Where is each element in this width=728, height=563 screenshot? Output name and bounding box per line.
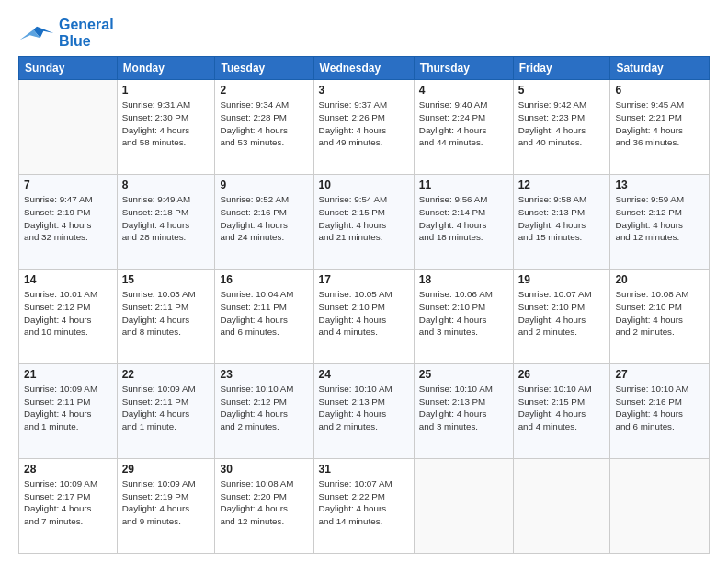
day-info: Sunrise: 9:58 AMSunset: 2:13 PMDaylight:… <box>518 193 606 244</box>
day-number: 21 <box>24 368 112 381</box>
day-info: Sunrise: 10:06 AMSunset: 2:10 PMDaylight… <box>419 288 508 339</box>
day-info: Sunrise: 10:09 AMSunset: 2:11 PMDaylight… <box>122 383 210 433</box>
day-number: 31 <box>319 463 409 476</box>
day-number: 22 <box>122 368 210 381</box>
weekday-header-row: SundayMondayTuesdayWednesdayThursdayFrid… <box>19 57 710 80</box>
calendar-cell: 11Sunrise: 9:56 AMSunset: 2:14 PMDayligh… <box>414 175 513 270</box>
day-number: 16 <box>220 273 308 286</box>
calendar-cell: 24Sunrise: 10:10 AMSunset: 2:13 PMDaylig… <box>313 364 414 459</box>
calendar-cell: 17Sunrise: 10:05 AMSunset: 2:10 PMDaylig… <box>313 270 414 364</box>
calendar-cell: 30Sunrise: 10:08 AMSunset: 2:20 PMDaylig… <box>215 459 313 554</box>
calendar-cell: 23Sunrise: 10:10 AMSunset: 2:12 PMDaylig… <box>215 364 313 459</box>
day-number: 23 <box>220 368 308 381</box>
day-info: Sunrise: 9:59 AMSunset: 2:12 PMDaylight:… <box>615 193 704 244</box>
weekday-sunday: Sunday <box>19 57 118 80</box>
day-info: Sunrise: 10:10 AMSunset: 2:15 PMDaylight… <box>518 383 606 433</box>
calendar-cell: 5Sunrise: 9:42 AMSunset: 2:23 PMDaylight… <box>513 80 610 175</box>
calendar-cell: 1Sunrise: 9:31 AMSunset: 2:30 PMDaylight… <box>117 80 215 175</box>
day-info: Sunrise: 9:31 AMSunset: 2:30 PMDaylight:… <box>122 98 210 149</box>
day-number: 25 <box>419 368 508 381</box>
calendar-cell <box>414 459 513 554</box>
calendar-cell: 15Sunrise: 10:03 AMSunset: 2:11 PMDaylig… <box>117 270 215 364</box>
calendar-week-1: 1Sunrise: 9:31 AMSunset: 2:30 PMDaylight… <box>19 80 710 175</box>
calendar-cell: 29Sunrise: 10:09 AMSunset: 2:19 PMDaylig… <box>117 459 215 554</box>
calendar-cell: 21Sunrise: 10:09 AMSunset: 2:11 PMDaylig… <box>19 364 118 459</box>
day-number: 3 <box>319 84 409 97</box>
day-number: 6 <box>615 84 704 97</box>
weekday-wednesday: Wednesday <box>313 57 414 80</box>
day-info: Sunrise: 10:09 AMSunset: 2:17 PMDaylight… <box>24 477 112 528</box>
calendar-cell: 10Sunrise: 9:54 AMSunset: 2:15 PMDayligh… <box>313 175 414 270</box>
day-info: Sunrise: 9:37 AMSunset: 2:26 PMDaylight:… <box>319 98 409 149</box>
weekday-saturday: Saturday <box>610 57 710 80</box>
day-info: Sunrise: 10:10 AMSunset: 2:16 PMDaylight… <box>615 383 704 433</box>
calendar-week-3: 14Sunrise: 10:01 AMSunset: 2:12 PMDaylig… <box>19 270 710 364</box>
calendar-cell: 28Sunrise: 10:09 AMSunset: 2:17 PMDaylig… <box>19 459 118 554</box>
day-info: Sunrise: 9:40 AMSunset: 2:24 PMDaylight:… <box>419 98 508 149</box>
day-info: Sunrise: 10:08 AMSunset: 2:10 PMDaylight… <box>615 288 704 339</box>
calendar-cell: 2Sunrise: 9:34 AMSunset: 2:28 PMDaylight… <box>215 80 313 175</box>
logo-icon <box>18 23 55 43</box>
calendar-cell: 4Sunrise: 9:40 AMSunset: 2:24 PMDaylight… <box>414 80 513 175</box>
day-number: 15 <box>122 273 210 286</box>
page: General Blue SundayMondayTuesdayWednesda… <box>0 0 728 563</box>
calendar-cell: 20Sunrise: 10:08 AMSunset: 2:10 PMDaylig… <box>610 270 710 364</box>
logo-blue: Blue <box>59 33 91 49</box>
calendar-cell: 25Sunrise: 10:10 AMSunset: 2:13 PMDaylig… <box>414 364 513 459</box>
day-number: 29 <box>122 463 210 476</box>
calendar-cell: 18Sunrise: 10:06 AMSunset: 2:10 PMDaylig… <box>414 270 513 364</box>
weekday-friday: Friday <box>513 57 610 80</box>
calendar-cell <box>513 459 610 554</box>
calendar-cell: 13Sunrise: 9:59 AMSunset: 2:12 PMDayligh… <box>610 175 710 270</box>
day-number: 19 <box>518 273 606 286</box>
day-number: 9 <box>220 178 308 191</box>
day-number: 30 <box>220 463 308 476</box>
calendar-cell: 27Sunrise: 10:10 AMSunset: 2:16 PMDaylig… <box>610 364 710 459</box>
day-number: 8 <box>122 178 210 191</box>
day-number: 26 <box>518 368 606 381</box>
day-number: 18 <box>419 273 508 286</box>
day-number: 14 <box>24 273 112 286</box>
calendar-cell: 8Sunrise: 9:49 AMSunset: 2:18 PMDaylight… <box>117 175 215 270</box>
day-info: Sunrise: 10:10 AMSunset: 2:12 PMDaylight… <box>220 383 308 433</box>
weekday-tuesday: Tuesday <box>215 57 313 80</box>
calendar-cell <box>19 80 118 175</box>
day-info: Sunrise: 9:45 AMSunset: 2:21 PMDaylight:… <box>615 98 704 149</box>
calendar-cell: 12Sunrise: 9:58 AMSunset: 2:13 PMDayligh… <box>513 175 610 270</box>
day-info: Sunrise: 10:09 AMSunset: 2:19 PMDaylight… <box>122 477 210 528</box>
calendar-cell: 3Sunrise: 9:37 AMSunset: 2:26 PMDaylight… <box>313 80 414 175</box>
day-number: 10 <box>319 178 409 191</box>
day-number: 4 <box>419 84 508 97</box>
calendar-cell: 16Sunrise: 10:04 AMSunset: 2:11 PMDaylig… <box>215 270 313 364</box>
day-number: 28 <box>24 463 112 476</box>
day-info: Sunrise: 9:34 AMSunset: 2:28 PMDaylight:… <box>220 98 308 149</box>
day-info: Sunrise: 9:42 AMSunset: 2:23 PMDaylight:… <box>518 98 606 149</box>
day-info: Sunrise: 9:49 AMSunset: 2:18 PMDaylight:… <box>122 193 210 244</box>
day-number: 2 <box>220 84 308 97</box>
weekday-monday: Monday <box>117 57 215 80</box>
header: General Blue <box>18 17 710 49</box>
logo-general: General <box>59 17 114 32</box>
calendar-week-2: 7Sunrise: 9:47 AMSunset: 2:19 PMDaylight… <box>19 175 710 270</box>
logo: General Blue <box>18 17 114 49</box>
day-number: 27 <box>615 368 704 381</box>
logo-text: General Blue <box>59 17 114 49</box>
day-info: Sunrise: 10:10 AMSunset: 2:13 PMDaylight… <box>419 383 508 433</box>
day-number: 1 <box>122 84 210 97</box>
day-number: 13 <box>615 178 704 191</box>
weekday-thursday: Thursday <box>414 57 513 80</box>
day-number: 7 <box>24 178 112 191</box>
day-number: 17 <box>319 273 409 286</box>
day-number: 20 <box>615 273 704 286</box>
day-info: Sunrise: 10:03 AMSunset: 2:11 PMDaylight… <box>122 288 210 339</box>
day-info: Sunrise: 10:08 AMSunset: 2:20 PMDaylight… <box>220 477 308 528</box>
calendar-cell: 9Sunrise: 9:52 AMSunset: 2:16 PMDaylight… <box>215 175 313 270</box>
calendar-cell: 7Sunrise: 9:47 AMSunset: 2:19 PMDaylight… <box>19 175 118 270</box>
day-number: 5 <box>518 84 606 97</box>
day-info: Sunrise: 9:54 AMSunset: 2:15 PMDaylight:… <box>319 193 409 244</box>
day-info: Sunrise: 10:04 AMSunset: 2:11 PMDaylight… <box>220 288 308 339</box>
day-info: Sunrise: 10:05 AMSunset: 2:10 PMDaylight… <box>319 288 409 339</box>
calendar-cell: 22Sunrise: 10:09 AMSunset: 2:11 PMDaylig… <box>117 364 215 459</box>
day-info: Sunrise: 9:52 AMSunset: 2:16 PMDaylight:… <box>220 193 308 244</box>
day-info: Sunrise: 10:01 AMSunset: 2:12 PMDaylight… <box>24 288 112 339</box>
